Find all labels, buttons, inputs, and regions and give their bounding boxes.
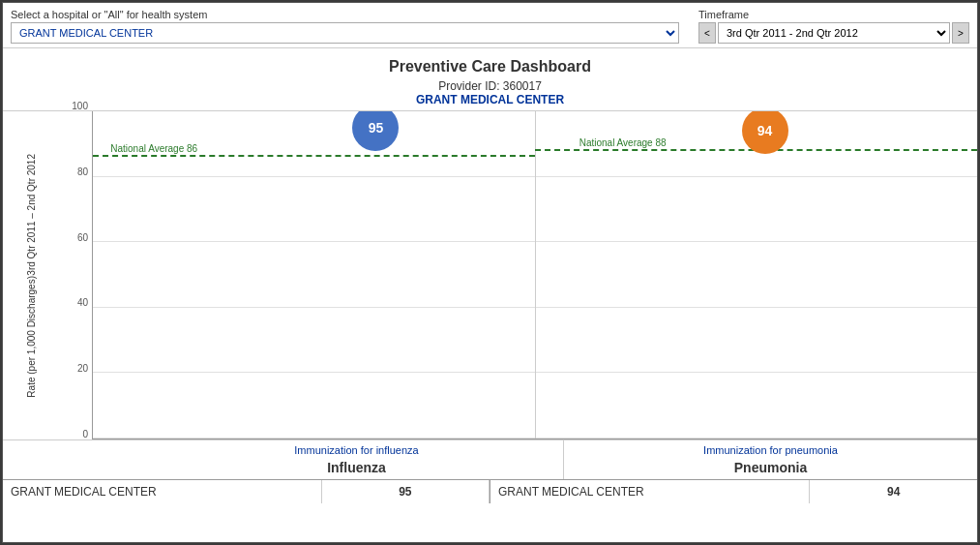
x-cat-spacer	[3, 458, 92, 479]
hospital-select-group: Select a hospital or "All" for health sy…	[11, 9, 679, 44]
y-tick-40: 40	[77, 297, 88, 308]
table-right: GRANT MEDICAL CENTER 94	[490, 480, 977, 503]
x-label-influenza: Immunization for influenza	[150, 440, 564, 458]
pneumonia-value: 94	[757, 123, 773, 138]
table-left-hospital: GRANT MEDICAL CENTER	[3, 480, 322, 503]
nat-avg-influenza-label: National Average 86	[110, 143, 197, 154]
x-cat-influenza: Influenza	[150, 458, 564, 479]
nat-avg-influenza-line	[93, 155, 535, 157]
table-left: GRANT MEDICAL CENTER 95	[3, 480, 490, 503]
y-tick-labels: 0 20 40 60 80 100	[61, 111, 92, 439]
influenza-value: 95	[369, 120, 384, 136]
top-bar: Select a hospital or "All" for health sy…	[3, 3, 977, 48]
chart-area: National Average 86 National Average 88 …	[92, 111, 977, 439]
provider-id: Provider ID: 360017	[3, 79, 977, 93]
x-category-section: Influenza Pneumonia	[3, 458, 977, 479]
influenza-circle: 95	[352, 111, 399, 151]
nat-avg-pneumonia-label: National Average 88	[579, 137, 667, 148]
timeframe-next-button[interactable]: >	[952, 22, 969, 44]
hospital-select[interactable]: GRANT MEDICAL CENTER	[11, 22, 679, 44]
table-right-value: 94	[810, 480, 977, 503]
y-tick-0: 0	[82, 429, 88, 439]
y-tick-20: 20	[77, 363, 88, 374]
chart-inner: National Average 86 National Average 88 …	[93, 111, 977, 439]
pneumonia-circle: 94	[742, 111, 788, 154]
y-axis-wrapper: 3rd Qtr 2011 – 2nd Qtr 2012 Rate (per 1,…	[3, 111, 61, 439]
timeframe-select[interactable]: 3rd Qtr 2011 - 2nd Qtr 2012	[718, 22, 950, 44]
y-tick-100: 100	[72, 101, 88, 111]
hospital-select-label: Select a hospital or "All" for health sy…	[11, 9, 679, 20]
bottom-table: GRANT MEDICAL CENTER 95 GRANT MEDICAL CE…	[3, 479, 977, 503]
x-label-pneumonia: Immunization for pneumonia	[564, 440, 977, 458]
chart-section: 3rd Qtr 2011 – 2nd Qtr 2012 Rate (per 1,…	[3, 110, 977, 439]
y-tick-60: 60	[77, 231, 88, 242]
y-tick-80: 80	[77, 166, 88, 176]
y-axis-labels: 3rd Qtr 2011 – 2nd Qtr 2012 Rate (per 1,…	[5, 111, 58, 439]
timeframe-controls: < 3rd Qtr 2011 - 2nd Qtr 2012 >	[698, 22, 969, 44]
y-axis-label-line1: 3rd Qtr 2011 – 2nd Qtr 2012	[25, 154, 38, 276]
provider-name: GRANT MEDICAL CENTER	[3, 93, 977, 106]
table-right-hospital: GRANT MEDICAL CENTER	[490, 480, 810, 503]
x-axis-section: Immunization for influenza Immunization …	[3, 439, 977, 458]
x-cat-pneumonia: Pneumonia	[564, 458, 977, 479]
y-axis-label-line2: Rate (per 1,000 Discharges)	[25, 276, 38, 398]
table-left-value: 95	[322, 480, 490, 503]
x-axis-spacer	[3, 440, 92, 458]
timeframe-group: Timeframe < 3rd Qtr 2011 - 2nd Qtr 2012 …	[698, 9, 969, 44]
dashboard-title: Preventive Care Dashboard	[3, 48, 977, 77]
timeframe-label: Timeframe	[698, 9, 969, 20]
chart-divider	[535, 111, 536, 439]
timeframe-prev-button[interactable]: <	[698, 22, 716, 44]
provider-info: Provider ID: 360017 GRANT MEDICAL CENTER	[3, 77, 977, 110]
